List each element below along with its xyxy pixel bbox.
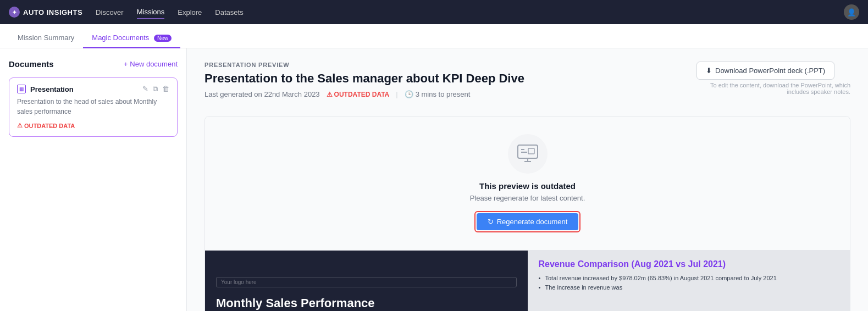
preview-outdated-section: This preview is outdated Please regenera… — [205, 116, 850, 251]
meta-separator: | — [396, 90, 397, 98]
slide-bullet-2: The increase in revenue was — [539, 284, 839, 291]
slide-right-title: Revenue Comparison (Aug 2021 vs Jul 2021… — [539, 259, 839, 269]
slide-left-panel: Your logo here Monthly Sales Performance… — [205, 251, 528, 311]
user-avatar[interactable]: 👤 — [844, 4, 859, 20]
meta-outdated-badge: ⚠ OUTDATED DATA — [327, 91, 390, 98]
slide-preview: Your logo here Monthly Sales Performance… — [205, 251, 850, 311]
doc-actions: ✎ ⧉ 🗑 — [142, 85, 169, 93]
download-button[interactable]: ⬇ Download PowerPoint deck (.PPT) — [696, 62, 834, 80]
nav-discover[interactable]: Discover — [96, 6, 124, 19]
preview-panel: This preview is outdated Please regenera… — [204, 116, 850, 311]
tab-magic-documents[interactable]: Magic Documents New — [83, 28, 180, 48]
download-hint: To edit the content, download the PowerP… — [696, 82, 850, 95]
main-layout: Documents + New document ▦ Presentation … — [0, 48, 868, 311]
outdated-warning-icon: ⚠ — [327, 91, 333, 98]
outdated-subtitle: Please regenerate for latest content. — [470, 194, 585, 202]
doc-title-wrap: ▦ Presentation — [17, 85, 74, 93]
doc-name: Presentation — [30, 85, 74, 93]
slide-main-title: Monthly Sales Performance — [216, 296, 517, 310]
new-document-button[interactable]: + New document — [124, 60, 178, 68]
top-nav: ✦ AUTO INSIGHTS Discover Missions Explor… — [0, 0, 868, 24]
svg-rect-3 — [528, 148, 534, 154]
app-logo: ✦ AUTO INSIGHTS — [9, 7, 82, 18]
sidebar-header: Documents + New document — [9, 59, 178, 69]
presentation-meta: Last generated on 22nd March 2023 ⚠ OUTD… — [204, 90, 696, 98]
edit-icon[interactable]: ✎ — [142, 85, 148, 93]
doc-card-header: ▦ Presentation ✎ ⧉ 🗑 — [17, 85, 169, 93]
document-card: ▦ Presentation ✎ ⧉ 🗑 Presentation to the… — [9, 77, 178, 137]
app-name: AUTO INSIGHTS — [23, 8, 82, 16]
logo-icon: ✦ — [9, 7, 20, 18]
preview-icon-wrap — [508, 134, 548, 174]
regenerate-btn-wrap: ↻ Regenerate document — [474, 211, 581, 232]
copy-icon[interactable]: ⧉ — [153, 85, 158, 93]
download-icon: ⬇ — [706, 66, 712, 75]
tab-mission-summary[interactable]: Mission Summary — [9, 28, 83, 48]
nav-explore[interactable]: Explore — [178, 6, 202, 19]
sidebar-title: Documents — [9, 59, 54, 69]
regenerate-icon: ↻ — [488, 218, 494, 226]
content-area: ⬇ Download PowerPoint deck (.PPT) To edi… — [187, 48, 868, 311]
doc-description: Presentation to the head of sales about … — [17, 97, 169, 116]
sub-nav: Mission Summary Magic Documents New — [0, 24, 868, 48]
delete-icon[interactable]: 🗑 — [162, 85, 169, 93]
slide-bullet-1: Total revenue increased by $978.02m (65.… — [539, 275, 839, 281]
nav-datasets[interactable]: Datasets — [215, 6, 243, 19]
doc-type-icon: ▦ — [17, 85, 26, 93]
generated-date: Last generated on 22nd March 2023 — [204, 90, 320, 98]
outdated-title: This preview is outdated — [479, 181, 576, 191]
presentation-icon — [517, 144, 539, 164]
regenerate-button[interactable]: ↻ Regenerate document — [477, 213, 579, 230]
download-section: ⬇ Download PowerPoint deck (.PPT) To edi… — [696, 62, 850, 95]
nav-missions[interactable]: Missions — [137, 5, 165, 19]
clock-icon: 🕒 — [405, 90, 413, 98]
nav-links: Discover Missions Explore Datasets — [96, 5, 831, 19]
doc-outdated-badge: ⚠ OUTDATED DATA — [17, 122, 75, 129]
meta-time: 🕒 3 mins to present — [405, 90, 471, 98]
slide-right-panel: Revenue Comparison (Aug 2021 vs Jul 2021… — [528, 251, 850, 311]
sidebar: Documents + New document ▦ Presentation … — [0, 48, 187, 311]
outdated-icon: ⚠ — [17, 122, 23, 129]
new-badge: New — [154, 35, 172, 42]
slide-logo-placeholder: Your logo here — [216, 277, 517, 287]
